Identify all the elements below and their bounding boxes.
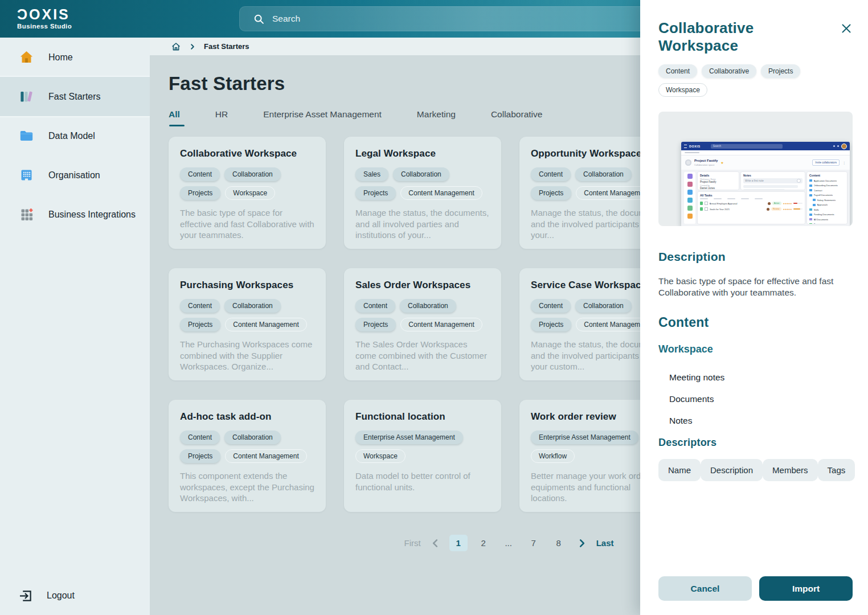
tag-pill: Workspace (355, 449, 406, 463)
content-folder-row: Notes (658, 412, 853, 429)
pagination-next-icon[interactable] (577, 538, 587, 548)
pagination-page[interactable]: 8 (550, 535, 568, 551)
tag-pill: Workspace (225, 186, 275, 200)
sidebar-item[interactable]: Fast Starters (0, 77, 150, 116)
tab[interactable]: Enterprise Asset Management (263, 109, 382, 126)
mini-avatar (767, 208, 769, 211)
logout-button[interactable]: Logout (19, 583, 75, 608)
mini-progress-bar (793, 203, 803, 204)
tag-pill: Enterprise Asset Management (531, 430, 638, 444)
workspace-card[interactable]: Purchasing Workspaces ContentCollaborati… (169, 268, 326, 380)
search-input[interactable]: Search (239, 6, 648, 31)
tag-pill: Content (531, 299, 571, 313)
pagination-page[interactable]: 1 (449, 535, 468, 551)
panel-tags: ContentCollaborativeProjectsWorkspace (658, 64, 835, 97)
folder-label: Meeting notes (669, 372, 724, 383)
workspace-card[interactable]: Legal Workspace SalesCollaborationProjec… (344, 137, 501, 249)
card-title: Ad-hoc task add-on (180, 411, 314, 423)
workspace-card[interactable]: Sales Order Workspaces ContentCollaborat… (344, 268, 501, 380)
sidebar-item[interactable]: Data Model (0, 116, 150, 155)
tab[interactable]: Marketing (417, 109, 456, 126)
tab[interactable]: HR (215, 109, 228, 126)
sidebar-nav: Home Fast Starters Data Model Organisati… (0, 38, 150, 234)
panel-tag-pill: Content (658, 64, 697, 78)
pagination-prev-icon[interactable] (430, 538, 440, 548)
card-tags: SalesCollaborationProjectsContent Manage… (355, 167, 490, 200)
card-description: Data model to better control of function… (355, 470, 490, 493)
tag-pill: Workflow (531, 449, 575, 463)
tag-pill: Collaboration (393, 167, 449, 181)
pagination-page: ... (499, 535, 518, 551)
preview-task-row: Annual Employee Appraisal Active ★★★★★ (700, 200, 803, 206)
tag-pill: Sales (355, 167, 388, 181)
tag-pill: Content (180, 430, 220, 444)
home-icon[interactable] (171, 42, 181, 52)
preview-topbar: DOXIS Search (681, 142, 850, 150)
pagination-page[interactable]: 2 (474, 535, 493, 551)
workspace-preview-thumbnail: DOXIS Search Project Fastify Collaborati… (658, 112, 853, 226)
mini-progress-bar (793, 208, 803, 210)
tab[interactable]: Collaborative (491, 109, 542, 126)
tag-pill: Collaboration (400, 299, 456, 313)
logout-icon (19, 589, 33, 603)
tag-pill: Projects (180, 318, 220, 331)
preview-app-window: DOXIS Search Project Fastify Collaborati… (681, 142, 850, 226)
tag-pill: Content (355, 299, 395, 313)
sidebar-item[interactable]: Business Integrations (0, 195, 150, 234)
close-icon[interactable] (841, 23, 852, 34)
card-title: Purchasing Workspaces (180, 280, 314, 291)
card-title: Legal Workspace (355, 148, 490, 159)
sidebar-item-label: Organisation (48, 170, 100, 181)
tab[interactable]: All (169, 109, 180, 126)
preview-tasks-card: All Tasks Annual Employee Appraisal Acti… (698, 192, 805, 224)
tag-pill: Content Management (400, 186, 482, 200)
tag-pill: Projects (180, 449, 220, 463)
workspace-card[interactable]: Ad-hoc task add-on ContentCollaborationP… (169, 400, 326, 512)
workspace-heading: Workspace (658, 343, 853, 355)
pagination-last[interactable]: Last (596, 538, 614, 548)
pagination-page[interactable]: 7 (525, 535, 543, 551)
chevron-right-icon (189, 43, 196, 50)
preview-content-row: Onboarding Documents (809, 183, 845, 188)
tag-pill: Projects (531, 186, 571, 200)
sidebar-item-label: Business Integrations (48, 210, 136, 220)
pagination-first[interactable]: First (404, 538, 420, 548)
content-folder-row: Meeting notes (658, 369, 853, 386)
workspace-card[interactable]: Functional location Enterprise Asset Man… (344, 400, 501, 512)
folder-list: Meeting notes Documents Notes (658, 369, 853, 429)
card-tags: ContentCollaborationProjectsContent Mana… (180, 299, 314, 331)
tag-pill: Content (180, 299, 220, 313)
mini-folder-icon (809, 194, 812, 196)
preview-content-row: Payroll Documents (809, 193, 845, 198)
card-title: Functional location (355, 411, 490, 423)
preview-notes-card: Notes Write a first note (741, 172, 805, 190)
mini-invite-button: Invite collaborators (812, 159, 840, 166)
tag-pill: Content Management (225, 449, 306, 463)
card-tags: ContentCollaborationProjectsContent Mana… (355, 299, 490, 331)
card-description: Manage the status, the documents, and al… (355, 207, 490, 241)
workspace-card[interactable]: Collaborative Workspace ContentCollabora… (169, 137, 326, 249)
sidebar-item-icon (19, 207, 35, 223)
preview-content-row: Contract (809, 188, 845, 193)
tag-pill: Collaboration (224, 299, 281, 313)
sidebar-item[interactable]: Home (0, 38, 150, 77)
tag-pill: Collaboration (224, 167, 281, 181)
mini-kebab-icon: ⋮ (842, 161, 846, 165)
mini-folder-icon (809, 218, 812, 220)
cancel-button[interactable]: Cancel (658, 576, 752, 601)
mini-menu-icon (684, 145, 687, 148)
mini-priority-stars: ★★★★★ (783, 202, 792, 205)
preview-body: Details Workspace Name Project Fastify C… (681, 170, 850, 226)
descriptor-pill: Tags (818, 459, 855, 481)
sidebar-item[interactable]: Organisation (0, 155, 150, 195)
card-description: The basic type of space for effective an… (180, 207, 314, 241)
card-title: Sales Order Workspaces (355, 280, 490, 291)
mini-priority-stars: ★★★★★ (783, 208, 792, 211)
import-button[interactable]: Import (759, 576, 853, 601)
preview-breadcrumb (681, 150, 850, 155)
mini-folder-icon (813, 199, 816, 201)
mini-avatar (768, 202, 771, 205)
tag-pill: Content Management (225, 318, 306, 331)
folder-label: Notes (669, 416, 693, 426)
mini-folder-icon (813, 204, 816, 206)
